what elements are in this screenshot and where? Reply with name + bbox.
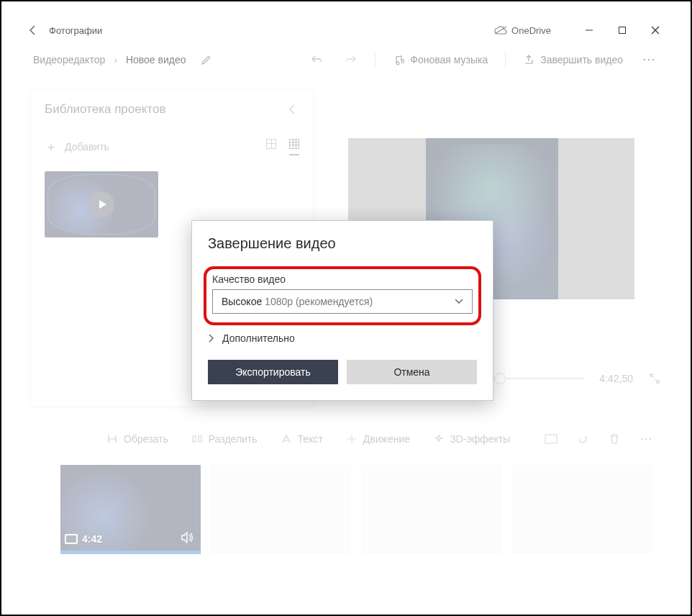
clip-duration-icon xyxy=(65,534,78,544)
quality-value-high: Высокое xyxy=(222,296,262,307)
cancel-label: Отмена xyxy=(393,366,429,378)
seek-knob[interactable] xyxy=(494,373,506,384)
onedrive-label: OneDrive xyxy=(511,25,551,36)
svg-point-12 xyxy=(641,438,643,440)
storyboard-slot[interactable] xyxy=(511,465,652,554)
cancel-button[interactable]: Отмена xyxy=(347,360,477,384)
bg-music-label: Фоновая музыка xyxy=(410,54,488,65)
view-large-button[interactable] xyxy=(266,139,276,155)
delete-button[interactable] xyxy=(600,433,629,445)
rename-button[interactable] xyxy=(201,54,212,65)
quality-label: Качество видео xyxy=(212,273,473,285)
text-icon xyxy=(281,433,292,445)
ellipsis-icon xyxy=(642,58,655,61)
plus-icon: ＋ xyxy=(45,138,58,155)
back-button[interactable] xyxy=(27,24,39,36)
library-clip-thumbnail[interactable] xyxy=(45,171,158,237)
redo-icon xyxy=(344,53,357,66)
motion-icon xyxy=(346,433,358,445)
chevron-down-icon xyxy=(455,299,463,304)
storyboard-slot[interactable] xyxy=(211,465,351,554)
annotation-highlight: Качество видео Высокое 1080p (рекомендуе… xyxy=(204,266,481,325)
aspect-icon xyxy=(545,434,557,444)
play-icon xyxy=(88,191,114,217)
ellipsis-icon xyxy=(639,438,652,440)
svg-point-10 xyxy=(350,438,353,440)
clip-toolbar: Обрезать Разделить Текст Движение 3D-эфф… xyxy=(96,423,660,455)
svg-rect-8 xyxy=(193,436,196,442)
chevron-right-icon: › xyxy=(114,54,117,65)
duration-label: 4:42,50 xyxy=(599,373,633,384)
breadcrumb-current[interactable]: Новое видео xyxy=(122,51,191,68)
dialog-title: Завершение видео xyxy=(208,235,477,252)
clip-duration: 4:42 xyxy=(82,533,102,545)
undo-button[interactable] xyxy=(303,53,332,66)
redo-button[interactable] xyxy=(336,53,365,66)
storyboard-clip[interactable]: 4:42 xyxy=(60,465,201,554)
more-options-expander[interactable]: Дополнительно xyxy=(208,332,477,344)
pencil-icon xyxy=(201,54,212,65)
close-button[interactable] xyxy=(639,19,672,42)
collapse-button[interactable] xyxy=(288,103,299,116)
add-label: Добавить xyxy=(65,141,109,153)
undo-icon xyxy=(311,53,324,66)
text-label: Текст xyxy=(298,433,323,445)
more-button[interactable] xyxy=(634,58,663,61)
music-icon xyxy=(393,54,404,65)
storyboard-slot[interactable] xyxy=(361,465,501,554)
rotate-icon xyxy=(577,433,588,445)
expand-icon xyxy=(649,373,660,384)
svg-point-5 xyxy=(644,59,646,61)
cloud-icon xyxy=(494,26,507,35)
motion-button[interactable]: Движение xyxy=(336,433,420,445)
background-music-button[interactable]: Фоновая музыка xyxy=(386,54,495,65)
library-title: Библиотека проектов xyxy=(45,102,165,117)
add-button[interactable]: ＋ Добавить xyxy=(45,138,109,155)
aspect-button[interactable] xyxy=(537,434,565,444)
export-button[interactable]: Экспортировать xyxy=(208,360,338,384)
titlebar: Фотографии OneDrive xyxy=(17,17,675,43)
trim-button[interactable]: Обрезать xyxy=(96,433,178,445)
motion-label: Движение xyxy=(363,433,410,445)
svg-rect-2 xyxy=(619,27,626,34)
quality-select[interactable]: Высокое 1080p (рекомендуется) xyxy=(212,289,473,314)
svg-line-0 xyxy=(495,27,506,34)
separator xyxy=(375,52,375,68)
quality-value-detail: 1080p (рекомендуется) xyxy=(265,296,373,307)
finish-video-button[interactable]: Завершить видео xyxy=(516,54,630,65)
svg-point-13 xyxy=(645,438,647,440)
split-button[interactable]: Разделить xyxy=(181,433,268,445)
3d-label: 3D-эффекты xyxy=(450,433,510,445)
maximize-button[interactable] xyxy=(606,19,639,42)
clip-audio-button[interactable] xyxy=(181,532,194,543)
sparkle-icon xyxy=(433,433,445,445)
command-bar: Видеоредактор › Новое видео Фоновая музы… xyxy=(17,43,675,76)
view-small-button[interactable] xyxy=(289,139,299,155)
svg-point-7 xyxy=(652,59,655,61)
3d-effects-button[interactable]: 3D-эффекты xyxy=(423,433,520,445)
text-button[interactable]: Текст xyxy=(270,433,333,445)
chevron-left-icon xyxy=(288,103,296,116)
rotate-button[interactable] xyxy=(568,433,597,445)
svg-point-6 xyxy=(648,59,650,61)
trim-icon xyxy=(106,433,118,445)
finish-video-dialog: Завершение видео Качество видео Высокое … xyxy=(191,220,493,401)
trash-icon xyxy=(609,433,619,445)
fullscreen-button[interactable] xyxy=(649,373,660,384)
minimize-button[interactable] xyxy=(573,19,606,42)
more-label: Дополнительно xyxy=(222,332,295,344)
finish-label: Завершить видео xyxy=(540,54,623,65)
separator xyxy=(505,52,506,68)
svg-rect-11 xyxy=(545,435,557,443)
svg-rect-9 xyxy=(199,436,201,442)
clip-more-button[interactable] xyxy=(632,438,660,440)
trim-label: Обрезать xyxy=(124,433,168,445)
chevron-right-icon xyxy=(208,334,215,343)
breadcrumb-root[interactable]: Видеоредактор xyxy=(29,51,109,68)
export-label: Экспортировать xyxy=(235,366,310,378)
svg-point-14 xyxy=(650,438,652,440)
onedrive-button[interactable]: OneDrive xyxy=(494,25,551,36)
speaker-icon xyxy=(181,532,194,543)
export-icon xyxy=(523,54,534,65)
storyboard: 4:42 xyxy=(60,465,660,558)
